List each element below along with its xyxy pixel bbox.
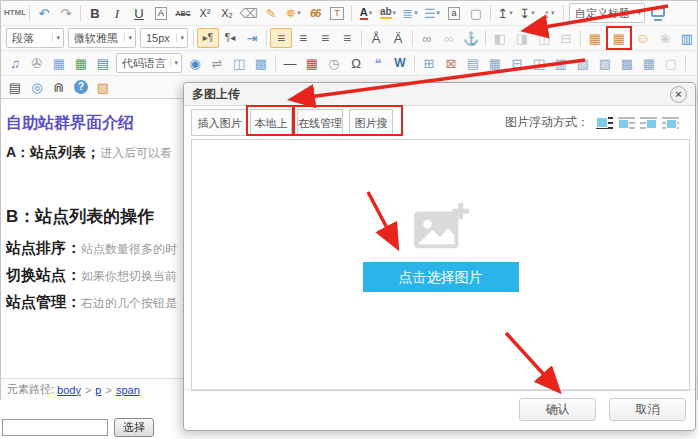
- attachment-button[interactable]: ✇: [26, 53, 48, 73]
- print-button[interactable]: ▤: [4, 77, 26, 97]
- dialog-tab-本地上传[interactable]: 本地上传: [250, 109, 292, 136]
- word-image-button[interactable]: ▩: [250, 53, 272, 73]
- insert-time-button[interactable]: ◷: [323, 53, 345, 73]
- auto-format-button[interactable]: ✵▾: [282, 3, 304, 23]
- image-align-block-button[interactable]: ⊟: [555, 28, 577, 48]
- emoticon-button[interactable]: ☺: [632, 28, 654, 48]
- element-path-link-p[interactable]: p: [95, 384, 101, 396]
- split-cell-button[interactable]: ▧: [572, 53, 594, 73]
- element-path-link-body[interactable]: body: [57, 384, 81, 396]
- merge-right-button[interactable]: ▦: [484, 53, 506, 73]
- unlink-button[interactable]: ∞: [438, 28, 460, 48]
- doc-gray-button[interactable]: ▢: [660, 53, 682, 73]
- float-default-icon[interactable]: [596, 116, 613, 130]
- paste-button[interactable]: ▧: [92, 77, 114, 97]
- editor-content[interactable]: 自助站群界面介绍 A：站点列表；进入后可以看B：站点列表的操作站点排序：站点数量…: [6, 113, 183, 320]
- float-left-icon[interactable]: [618, 116, 635, 130]
- multi-image-upload-button[interactable]: ▦: [606, 26, 632, 50]
- ordered-list-button[interactable]: ≣▾: [399, 3, 421, 23]
- insert-table-button[interactable]: ⊞: [418, 53, 440, 73]
- italic-button[interactable]: I: [106, 3, 128, 23]
- delete-table-button[interactable]: ⊠: [440, 53, 462, 73]
- font-border-button[interactable]: A: [150, 3, 172, 23]
- align-justify-button[interactable]: ≡: [336, 28, 358, 48]
- underline-button[interactable]: U: [128, 3, 150, 23]
- undo-button[interactable]: ↶: [33, 3, 55, 23]
- special-char-button[interactable]: Ω: [345, 53, 367, 73]
- anchor-button[interactable]: ⚓: [460, 28, 482, 48]
- music-button[interactable]: ♫: [4, 53, 26, 73]
- align-center-button[interactable]: ≡: [292, 28, 314, 48]
- fullscreen-button[interactable]: [647, 3, 669, 23]
- dialog-tab-插入图片[interactable]: 插入图片: [191, 109, 248, 136]
- align-left-button[interactable]: ≡: [270, 28, 292, 48]
- link-button[interactable]: ∞: [416, 28, 438, 48]
- insert-template-button[interactable]: ◫: [228, 53, 250, 73]
- cancel-button[interactable]: 取消: [609, 398, 686, 421]
- delete-col-button[interactable]: ▩: [616, 53, 638, 73]
- line-height-button[interactable]: ↕▾: [538, 3, 560, 23]
- image-align-center-button[interactable]: ◫: [533, 28, 555, 48]
- find-replace-button[interactable]: ⋒: [48, 77, 70, 97]
- dialog-tab-在线管理[interactable]: 在线管理: [297, 109, 343, 136]
- word-import-button[interactable]: W: [389, 53, 411, 73]
- letter-spacing-decrease-button[interactable]: Ä: [387, 28, 409, 48]
- merge-down-button[interactable]: ⊟: [506, 53, 528, 73]
- delete-row-button[interactable]: ▨: [594, 53, 616, 73]
- insert-image-button[interactable]: ▦: [584, 28, 606, 48]
- insert-row-button[interactable]: ◫: [528, 53, 550, 73]
- align-right-button[interactable]: ≡: [314, 28, 336, 48]
- help-button[interactable]: ?: [70, 77, 92, 97]
- eraser-button[interactable]: ⌫: [238, 3, 260, 23]
- table-title-button[interactable]: ▤: [462, 53, 484, 73]
- horizontal-rule-button[interactable]: —: [279, 53, 301, 73]
- float-center-icon[interactable]: [662, 116, 679, 130]
- paragraph-select[interactable]: 段落▾: [6, 28, 64, 48]
- image-align-right-button[interactable]: ◨: [511, 28, 533, 48]
- float-right-icon[interactable]: [640, 116, 657, 130]
- ltr-button[interactable]: ▸¶: [197, 28, 219, 48]
- file-select-button[interactable]: 选择: [114, 418, 154, 437]
- superscript-button[interactable]: X²: [194, 3, 216, 23]
- custom-title-select[interactable]: 自定义标题▾: [569, 3, 645, 23]
- image-align-left-button[interactable]: ◧: [489, 28, 511, 48]
- insert-picture-button[interactable]: ▦: [48, 53, 70, 73]
- auto-typeset-button[interactable]: a: [443, 3, 465, 23]
- paste-text-button[interactable]: T: [326, 3, 348, 23]
- new-doc-button[interactable]: ▢: [465, 3, 487, 23]
- dialog-tab-图片搜索[interactable]: 图片搜索: [349, 109, 393, 136]
- redo-button[interactable]: ↷: [55, 3, 77, 23]
- insert-code-button[interactable]: ◉: [184, 53, 206, 73]
- code-language-select[interactable]: 代码语言▾: [116, 53, 182, 73]
- letter-spacing-increase-button[interactable]: Å: [365, 28, 387, 48]
- confirm-button[interactable]: 确认: [519, 398, 596, 421]
- file-path-input[interactable]: [2, 419, 108, 436]
- paragraph-spacing-bottom-button[interactable]: ↧▾: [516, 3, 538, 23]
- scrawl-button[interactable]: ❀: [654, 28, 676, 48]
- table-average-button[interactable]: ▦: [638, 53, 660, 73]
- element-path-link-span[interactable]: span: [116, 384, 140, 396]
- font-size-select[interactable]: 15px▾: [140, 28, 188, 48]
- strikethrough-button[interactable]: ABC: [172, 3, 194, 23]
- insert-video-button[interactable]: ▥: [676, 28, 698, 48]
- background-color-button[interactable]: ab▾: [377, 3, 399, 23]
- source-code-button[interactable]: HTML: [4, 3, 26, 23]
- font-color-button[interactable]: A▾: [355, 3, 377, 23]
- font-family-select[interactable]: 微软雅黑▾: [68, 28, 136, 48]
- close-icon[interactable]: ×: [670, 86, 687, 103]
- paragraph-spacing-top-button[interactable]: ↥▾: [494, 3, 516, 23]
- subscript-button[interactable]: X₂: [216, 3, 238, 23]
- format-brush-button[interactable]: ✎: [260, 3, 282, 23]
- insert-snapshot-button[interactable]: ▤: [92, 53, 114, 73]
- blockquote-button[interactable]: 66: [304, 3, 326, 23]
- page-break-button[interactable]: ⇌: [206, 53, 228, 73]
- unordered-list-button[interactable]: ☰▾: [421, 3, 443, 23]
- insert-date-button[interactable]: ▦: [301, 53, 323, 73]
- choose-image-button[interactable]: 点击选择图片: [363, 262, 519, 292]
- bold-button[interactable]: B: [84, 3, 106, 23]
- insert-map-button[interactable]: ▦: [70, 53, 92, 73]
- insert-col-button[interactable]: ▥: [550, 53, 572, 73]
- indent-button[interactable]: ⇥: [241, 28, 263, 48]
- comment-button[interactable]: ❝: [367, 53, 389, 73]
- rtl-button[interactable]: ¶◂: [219, 28, 241, 48]
